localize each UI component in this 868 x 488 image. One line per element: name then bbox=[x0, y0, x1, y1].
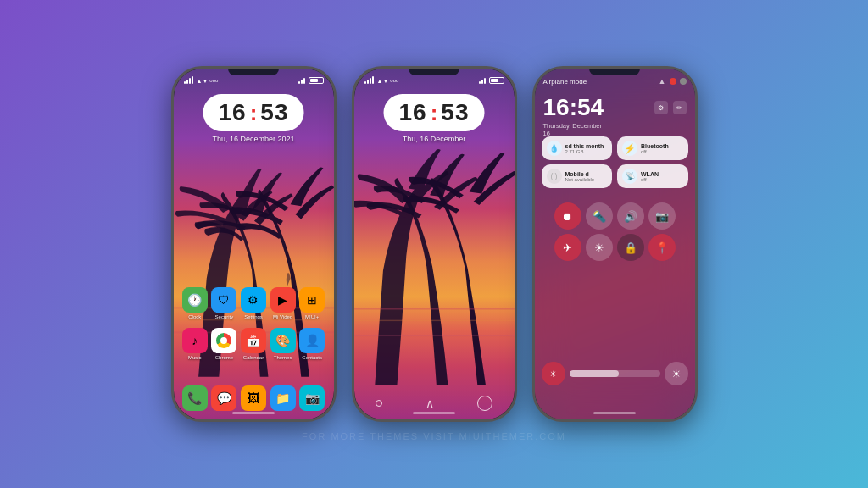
quick-tiles: 💧 sd this month 2.71 GB ⚡ Bluetooth off bbox=[542, 136, 688, 192]
brightness-high-btn[interactable]: ☀ bbox=[665, 362, 688, 385]
tile-wlan[interactable]: 📡 WLAN off bbox=[617, 164, 688, 188]
clock-date-2: Thu, 16 December bbox=[384, 135, 485, 143]
brightness-row: ☀ ☀ bbox=[542, 362, 688, 385]
dock-phone[interactable]: 📞 bbox=[182, 385, 208, 411]
app-mivideo[interactable]: ▶ Mi Video bbox=[270, 287, 296, 319]
app-label-themes: Themes bbox=[274, 355, 292, 360]
ctrl-time: 16:54 bbox=[543, 94, 604, 121]
app-icon-calendar: 📅 bbox=[241, 328, 266, 353]
app-icon-chrome bbox=[211, 328, 236, 353]
app-label-miui: MIUI+ bbox=[305, 314, 319, 319]
control-top-bar: Airplane mode ▲ bbox=[543, 77, 687, 86]
wifi-icon-2 bbox=[479, 77, 486, 84]
tile-mobile-text: Mobile d Not available bbox=[565, 171, 595, 182]
clock-minute-1: 53 bbox=[260, 99, 288, 126]
phone-2: ▲▼ ooo 16 : 53 Thu, 16 December bbox=[352, 66, 517, 422]
dock-icon-phone: 📞 bbox=[182, 385, 208, 411]
clock-widget-1: 16 : 53 Thu, 16 December 2021 bbox=[203, 94, 304, 143]
tile-mobile[interactable]: (i) Mobile d Not available bbox=[542, 164, 613, 188]
brightness-high-icon: ☀ bbox=[671, 368, 682, 380]
dock-1: 📞 💬 🖼 📁 📷 bbox=[181, 385, 327, 411]
ctrl-btn-volume[interactable]: 🔊 bbox=[617, 202, 644, 230]
dock-icon-camera: 📷 bbox=[299, 385, 325, 411]
status-bar-1: ▲▼ ooo bbox=[184, 74, 324, 87]
brightness-fill bbox=[570, 370, 620, 377]
tile-wlan-value: off bbox=[641, 177, 659, 182]
app-icon-mivideo: ▶ bbox=[270, 287, 296, 313]
signal-icon bbox=[184, 77, 193, 84]
ctrl-btn-location[interactable]: 📍 bbox=[648, 234, 676, 261]
carrier-text: ▲▼ bbox=[197, 78, 209, 84]
dock-gallery[interactable]: 🖼 bbox=[241, 385, 266, 411]
clock-separator-2: : bbox=[431, 100, 438, 126]
app-label-clock: Clock bbox=[188, 314, 201, 319]
ctrl-btn-brightness[interactable]: ☀ bbox=[586, 234, 613, 261]
tile-bluetooth[interactable]: ⚡ Bluetooth off bbox=[617, 136, 688, 160]
app-icon-contacts: 👤 bbox=[299, 328, 325, 353]
phone-1: ▲▼ ooo 16 : 53 Thu, 16 December bbox=[171, 66, 337, 422]
brightness-low-icon: ☀ bbox=[549, 369, 557, 379]
dock-icon-files: 📁 bbox=[270, 385, 296, 411]
clock-hour-1: 16 bbox=[219, 99, 247, 126]
app-label-music: Music bbox=[188, 355, 202, 360]
phone-1-screen: ▲▼ ooo 16 : 53 Thu, 16 December bbox=[174, 69, 334, 419]
status-bar-2: ▲▼ ooo bbox=[364, 74, 504, 87]
data-usage-icon: 💧 bbox=[547, 141, 562, 156]
app-settings[interactable]: ⚙ Settings bbox=[241, 287, 266, 319]
bluetooth-icon: ⚡ bbox=[622, 141, 637, 156]
clock-hour-2: 16 bbox=[399, 99, 427, 126]
status-right-1 bbox=[298, 77, 324, 84]
camera-ctrl-icon: 📷 bbox=[655, 210, 669, 223]
phone-3-screen: Airplane mode ▲ 16:54 Thursday, December… bbox=[535, 69, 695, 419]
nav-dot bbox=[376, 400, 382, 407]
record-icon: ⏺ bbox=[562, 210, 573, 223]
brightness-track[interactable] bbox=[570, 370, 660, 377]
app-themes[interactable]: 🎨 Themes bbox=[270, 328, 296, 360]
signal-icon-2 bbox=[364, 77, 374, 84]
app-music[interactable]: ♪ Music bbox=[182, 328, 208, 360]
app-calendar[interactable]: 📅 Calendar bbox=[241, 328, 266, 360]
battery-icon-2 bbox=[489, 77, 504, 84]
dock-messages[interactable]: 💬 bbox=[211, 385, 236, 411]
nav-camera-icon bbox=[477, 396, 492, 411]
tile-data[interactable]: 💧 sd this month 2.71 GB bbox=[542, 136, 613, 160]
app-icon-miui: ⊞ bbox=[299, 287, 325, 313]
top-icons: ▲ bbox=[659, 77, 687, 86]
app-label-contacts: Contacts bbox=[302, 355, 322, 360]
tiles-row-2: (i) Mobile d Not available 📡 WLAN off bbox=[542, 164, 688, 188]
dock-icon-messages: 💬 bbox=[211, 385, 236, 411]
phone-3: Airplane mode ▲ 16:54 Thursday, December… bbox=[532, 66, 698, 422]
app-miui[interactable]: ⊞ MIUI+ bbox=[299, 287, 325, 319]
ctrl-btn-camera[interactable]: 📷 bbox=[648, 202, 676, 230]
ctrl-btn-record[interactable]: ⏺ bbox=[554, 202, 581, 230]
carrier-text-2: ▲▼ bbox=[377, 78, 389, 84]
app-label-chrome: Chrome bbox=[215, 355, 233, 360]
ctrl-btn-torch[interactable]: 🔦 bbox=[586, 202, 613, 230]
svg-rect-5 bbox=[354, 335, 515, 336]
battery-icon bbox=[309, 77, 324, 84]
ctrl-btn-airplane[interactable]: ✈ bbox=[554, 234, 581, 261]
ctrl-btn-lock[interactable]: 🔒 bbox=[617, 234, 644, 261]
nav-bar-2: ∧ bbox=[354, 396, 515, 411]
ctrl-buttons: ⏺ 🔦 🔊 📷 ✈ ☀ 🔒 bbox=[542, 202, 688, 265]
app-chrome[interactable]: Chrome bbox=[211, 328, 236, 360]
dock-camera[interactable]: 📷 bbox=[299, 385, 325, 411]
airplane-label: Airplane mode bbox=[543, 78, 587, 86]
app-icon-clock: 🕐 bbox=[182, 287, 208, 313]
ctrl-day-name: Thursday, December bbox=[543, 122, 602, 130]
app-label-mivideo: Mi Video bbox=[273, 314, 292, 319]
volume-icon: 🔊 bbox=[624, 210, 637, 223]
tiles-row-1: 💧 sd this month 2.71 GB ⚡ Bluetooth off bbox=[542, 136, 688, 160]
watermark: FOR MORE THEMES VISIT MIUITHEMER.COM bbox=[0, 431, 868, 441]
status-dot-gray bbox=[680, 78, 687, 85]
edit-icon[interactable]: ✏ bbox=[673, 101, 687, 114]
home-indicator-2 bbox=[413, 412, 455, 414]
tile-bt-title: Bluetooth bbox=[641, 143, 669, 149]
app-clock[interactable]: 🕐 Clock bbox=[182, 287, 208, 319]
app-contacts[interactable]: 👤 Contacts bbox=[299, 328, 325, 360]
dock-files[interactable]: 📁 bbox=[270, 385, 296, 411]
app-security[interactable]: 🛡 Security bbox=[211, 287, 236, 319]
svg-rect-3 bbox=[354, 308, 515, 309]
settings-icon[interactable]: ⚙ bbox=[654, 101, 668, 114]
brightness-low-btn[interactable]: ☀ bbox=[542, 362, 565, 385]
